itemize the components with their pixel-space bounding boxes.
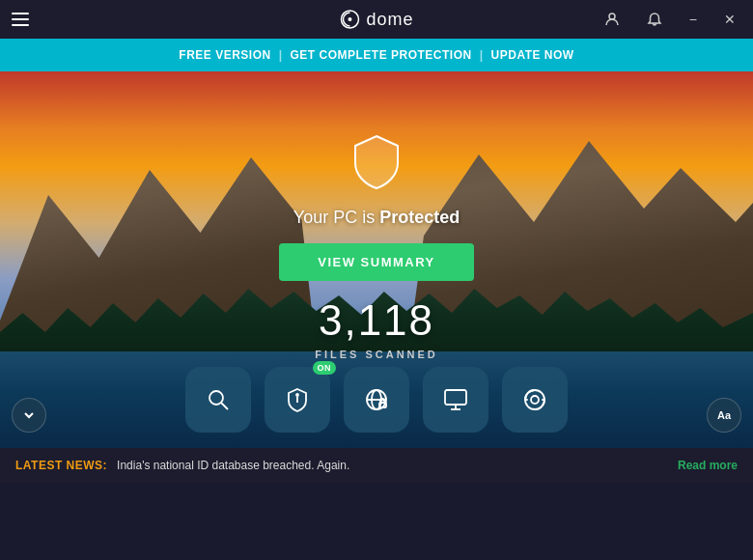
svg-point-1 <box>348 17 351 21</box>
shield-protected-icon <box>346 130 407 192</box>
news-bar: LATEST NEWS: India's national ID databas… <box>0 448 753 483</box>
files-label: FILES SCANNED <box>315 349 438 360</box>
account-button[interactable] <box>599 8 626 31</box>
read-more-link[interactable]: Read more <box>678 459 738 472</box>
news-text: India's national ID database breached. A… <box>117 459 668 472</box>
web-button[interactable] <box>344 367 409 433</box>
protection-status: Your PC is Protected <box>293 208 460 228</box>
svg-point-2 <box>609 14 615 19</box>
protection-button[interactable]: ON <box>265 367 330 433</box>
svg-point-6 <box>296 394 298 396</box>
titlebar-right: − ✕ <box>599 8 741 31</box>
titlebar: dome − ✕ <box>0 0 753 39</box>
monitor-icon <box>442 386 469 413</box>
files-count: 3,118 <box>319 296 434 345</box>
text-size-area: Aa <box>707 398 741 433</box>
app-title: dome <box>366 10 413 30</box>
banner-sep1: | <box>279 48 283 62</box>
banner-free-version: FREE VERSION <box>179 48 270 62</box>
titlebar-left <box>12 13 29 26</box>
on-badge: ON <box>313 361 337 375</box>
text-size-button[interactable]: Aa <box>707 398 741 433</box>
banner-update-now[interactable]: UPDATE NOW <box>491 48 574 62</box>
svg-point-3 <box>209 391 223 405</box>
search-icon <box>205 386 232 413</box>
support-icon <box>521 386 548 413</box>
dome-logo-icon <box>339 9 360 30</box>
news-label: LATEST NEWS: <box>15 459 107 472</box>
scroll-down-button[interactable] <box>12 398 46 433</box>
svg-rect-11 <box>445 390 466 405</box>
tuneup-button[interactable] <box>423 367 488 433</box>
support-button[interactable] <box>502 367 568 433</box>
antivirus-button[interactable] <box>185 367 251 433</box>
globe-lock-icon <box>363 386 390 413</box>
banner-sep2: | <box>480 48 484 62</box>
banner-get-protection[interactable]: GET COMPLETE PROTECTION <box>291 48 472 62</box>
svg-point-15 <box>531 396 539 404</box>
promo-banner: FREE VERSION | GET COMPLETE PROTECTION |… <box>0 39 753 71</box>
minimize-button[interactable]: − <box>683 8 703 31</box>
notifications-button[interactable] <box>641 8 668 31</box>
menu-button[interactable] <box>12 13 29 26</box>
hero-section: Your PC is Protected VIEW SUMMARY 3,118 … <box>0 71 753 448</box>
titlebar-logo: dome <box>339 9 413 30</box>
close-button[interactable]: ✕ <box>718 8 741 31</box>
scroll-down-area <box>12 398 46 433</box>
shield-info-icon <box>284 386 311 413</box>
hero-content: Your PC is Protected VIEW SUMMARY 3,118 … <box>279 130 474 360</box>
view-summary-button[interactable]: VIEW SUMMARY <box>279 243 474 281</box>
svg-line-4 <box>221 403 228 409</box>
features-bar: ON <box>0 367 753 433</box>
